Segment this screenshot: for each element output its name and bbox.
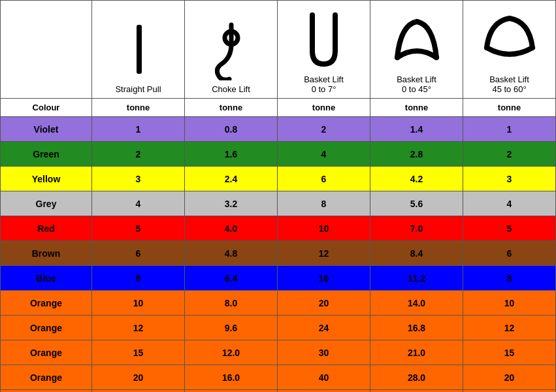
value-cell: 28.0 xyxy=(370,365,463,390)
value-cell: 21.0 xyxy=(370,340,463,365)
value-cell: 4.0 xyxy=(185,216,278,241)
value-cell: 1.4 xyxy=(370,117,463,142)
colour-subheader: Colour xyxy=(1,99,92,117)
basket-lift-45-60-icon xyxy=(483,12,536,71)
choke-lift-icon xyxy=(215,22,248,80)
value-cell: 0.8 xyxy=(185,117,278,142)
value-cell: 3 xyxy=(92,167,185,191)
colour-cell: Orange xyxy=(1,390,92,393)
value-cell: 2 xyxy=(463,142,556,167)
colour-cell: Yellow xyxy=(1,167,92,191)
value-cell: 14.0 xyxy=(370,291,463,316)
colour-cell: Green xyxy=(1,142,92,167)
value-cell: 15 xyxy=(92,340,185,365)
choke-lift-header: Choke Lift xyxy=(185,1,278,99)
value-cell: 20 xyxy=(278,291,370,316)
value-cell: 20 xyxy=(92,365,185,390)
value-cell: 1.6 xyxy=(185,142,278,167)
colour-cell: Orange xyxy=(1,340,92,365)
value-cell: 12.0 xyxy=(185,340,278,365)
value-cell: 4 xyxy=(463,191,556,216)
value-cell: 6 xyxy=(278,167,370,191)
value-cell: 12 xyxy=(278,241,370,266)
value-cell: 5.6 xyxy=(370,191,463,216)
lifting-capacity-table: Straight Pull Choke Lift Basket Lift0 to… xyxy=(0,0,556,392)
value-cell: 40 xyxy=(278,365,370,390)
table-row: Violet10.821.41 xyxy=(1,117,556,142)
value-cell: 8.4 xyxy=(370,241,463,266)
value-cell: 5 xyxy=(463,216,556,241)
value-cell: 10 xyxy=(278,216,370,241)
table-row: Brown64.8128.46 xyxy=(1,241,556,266)
value-cell: 12 xyxy=(92,316,185,340)
table-row: Orange1512.03021.015 xyxy=(1,340,556,365)
value-cell: 9.6 xyxy=(185,316,278,340)
value-cell: 2.4 xyxy=(185,167,278,191)
colour-cell: Blue xyxy=(1,266,92,291)
value-cell: 2 xyxy=(92,142,185,167)
value-cell: 5 xyxy=(92,216,185,241)
value-cell: 24 xyxy=(278,316,370,340)
value-cell: 8 xyxy=(463,266,556,291)
value-cell: 4.2 xyxy=(370,167,463,191)
value-cell: 30 xyxy=(463,390,556,393)
table-row: Red54.0107.05 xyxy=(1,216,556,241)
value-cell: 1 xyxy=(463,117,556,142)
straight-pull-label: Straight Pull xyxy=(93,84,183,94)
colour-cell: Violet xyxy=(1,117,92,142)
value-cell: 2.8 xyxy=(370,142,463,167)
value-cell: 30 xyxy=(92,390,185,393)
basket-lift-0-7-unit: tonne xyxy=(278,99,370,117)
value-cell: 20 xyxy=(463,365,556,390)
choke-lift-unit: tonne xyxy=(185,99,278,117)
svg-rect-0 xyxy=(137,25,142,74)
table-row: Grey43.285.64 xyxy=(1,191,556,216)
value-cell: 6.4 xyxy=(185,266,278,291)
value-cell: 16 xyxy=(278,266,370,291)
colour-cell: Red xyxy=(1,216,92,241)
table-row: Blue86.41611.28 xyxy=(1,266,556,291)
choke-lift-label: Choke Lift xyxy=(186,84,276,94)
table-row: Orange2016.04028.020 xyxy=(1,365,556,390)
value-cell: 2 xyxy=(278,117,370,142)
basket-lift-0-45-unit: tonne xyxy=(370,99,463,117)
value-cell: 7.0 xyxy=(370,216,463,241)
value-cell: 8 xyxy=(278,191,370,216)
value-cell: 6 xyxy=(463,241,556,266)
colour-cell: Orange xyxy=(1,316,92,340)
basket-lift-45-60-label: Basket Lift45 to 60° xyxy=(465,74,554,94)
value-cell: 4.8 xyxy=(185,241,278,266)
value-cell: 16.0 xyxy=(185,365,278,390)
table-body: Violet10.821.41Green21.642.82Yellow32.46… xyxy=(1,117,556,393)
value-cell: 16.8 xyxy=(370,316,463,340)
basket-lift-0-7-header: Basket Lift0 to 7° xyxy=(278,1,370,99)
colour-cell: Grey xyxy=(1,191,92,216)
value-cell: 12 xyxy=(463,316,556,340)
colour-cell: Orange xyxy=(1,291,92,316)
basket-lift-0-45-icon xyxy=(394,12,440,71)
value-cell: 10 xyxy=(463,291,556,316)
table-row: Green21.642.82 xyxy=(1,142,556,167)
value-cell: 15 xyxy=(463,340,556,365)
straight-pull-unit: tonne xyxy=(92,99,185,117)
basket-lift-45-60-unit: tonne xyxy=(463,99,556,117)
basket-lift-0-7-icon xyxy=(306,12,342,71)
value-cell: 1 xyxy=(92,117,185,142)
value-cell: 30 xyxy=(278,340,370,365)
value-cell: 3.2 xyxy=(185,191,278,216)
basket-lift-0-7-label: Basket Lift0 to 7° xyxy=(279,74,368,94)
basket-lift-0-45-label: Basket Lift0 to 45° xyxy=(372,74,461,94)
subheader-row: Colour tonne tonne tonne tonne tonne xyxy=(1,99,556,117)
header-row: Straight Pull Choke Lift Basket Lift0 to… xyxy=(1,1,556,99)
straight-pull-icon xyxy=(125,22,152,80)
straight-pull-header: Straight Pull xyxy=(92,1,185,99)
table-row: Orange3024.06042.030 xyxy=(1,390,556,393)
colour-header-cell xyxy=(1,1,92,99)
colour-cell: Orange xyxy=(1,365,92,390)
value-cell: 3 xyxy=(463,167,556,191)
basket-lift-45-60-header: Basket Lift45 to 60° xyxy=(463,1,556,99)
table-row: Orange129.62416.812 xyxy=(1,316,556,340)
value-cell: 6 xyxy=(92,241,185,266)
value-cell: 4 xyxy=(92,191,185,216)
value-cell: 4 xyxy=(278,142,370,167)
